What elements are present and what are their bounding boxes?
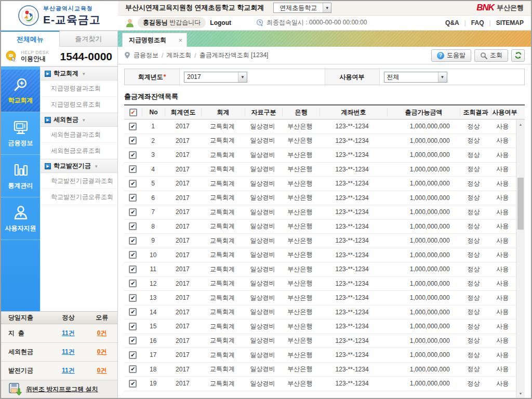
menu-item-nontax-result[interactable]: 세외현금결과조회 (41, 127, 117, 143)
use-select[interactable]: 전체 ▼ (384, 72, 447, 83)
row-checkbox[interactable]: ✔ (129, 351, 137, 359)
table-row[interactable]: ✔ 1 2017 교특회계 일상경비 부산은행 123-**-1234 1,00… (124, 119, 516, 134)
row-checkbox[interactable]: ✔ (129, 180, 137, 188)
qna-link[interactable]: Q&A (445, 19, 459, 26)
row-checkbox[interactable]: ✔ (129, 265, 137, 273)
table-row[interactable]: ✔ 6 2017 교특회계 일상경비 부산은행 123-**-1234 1,00… (124, 191, 516, 206)
chevron-down-icon[interactable]: ▼ (238, 72, 247, 82)
document-tab-payment-inquiry[interactable]: 지급명령조회 × (122, 33, 187, 47)
cell-year: 2017 (165, 237, 201, 244)
row-checkbox[interactable]: ✔ (129, 208, 137, 216)
table-row[interactable]: ✔ 4 2017 교특회계 일상경비 부산은행 123-**-1234 1,00… (124, 163, 516, 177)
cell-use: 사용 (489, 151, 516, 159)
bank-logo: BNK 부산은행 (476, 3, 524, 13)
table-row[interactable]: ✔ 13 2017 교특회계 일상경비 부산은행 123-**-1234 1,0… (124, 291, 516, 305)
table-row[interactable]: ✔ 8 2017 교특회계 일상경비 부산은행 123-**-1234 1,00… (124, 220, 516, 234)
search-button[interactable]: 조회 (474, 49, 508, 62)
cell-type: 일상경비 (244, 294, 282, 302)
row-checkbox[interactable]: ✔ (129, 323, 137, 330)
logout-button[interactable]: Logout (210, 19, 231, 26)
chevron-down-icon[interactable]: ▼ (323, 3, 331, 12)
rail-item-statistics[interactable]: 통계관리 (1, 155, 40, 197)
expense-error-link[interactable]: 0건 (97, 329, 107, 337)
close-icon[interactable]: × (178, 36, 182, 44)
rail-item-school-accounting[interactable]: 학교회계 (1, 70, 40, 112)
menu-item-payment-result[interactable]: 지급명령결과조회 (41, 81, 117, 97)
row-checkbox[interactable]: ✔ (129, 151, 137, 159)
rail-item-finance-info[interactable]: 금융정보 (1, 112, 40, 155)
cell-no: 2 (142, 137, 165, 144)
menu-group-school-accounting[interactable]: ▶ 학교회계 ▾ (41, 66, 117, 81)
fund-error-link[interactable]: 0건 (97, 367, 107, 374)
row-checkbox[interactable]: ✔ (129, 251, 137, 259)
nontax-normal-link[interactable]: 11건 (62, 348, 75, 355)
table-row[interactable]: ✔ 14 2017 교특회계 일상경비 부산은행 123-**-1234 1,0… (124, 305, 516, 320)
sitemap-link[interactable]: SITEMAP (496, 19, 524, 26)
cell-type: 일상경비 (244, 250, 282, 259)
table-row[interactable]: ✔ 19 2017 교특회계 일상경비 부산은행 123-**-1234 1,0… (124, 377, 516, 391)
tab-all-menu[interactable]: 전체메뉴 (1, 31, 60, 47)
menu-item-fund-error[interactable]: 학교발전기금오류조회 (41, 189, 117, 205)
row-checkbox[interactable]: ✔ (129, 365, 137, 373)
breadcrumb-item[interactable]: 계좌조회 (166, 51, 191, 60)
table-row[interactable]: ✔ 7 2017 교특회계 일상경비 부산은행 123-**-1234 1,00… (124, 205, 516, 220)
breadcrumb-item[interactable]: 금융정보 (134, 51, 158, 60)
row-checkbox[interactable]: ✔ (129, 123, 137, 130)
row-checkbox[interactable]: ✔ (129, 137, 137, 144)
vertical-scrollbar[interactable]: ▲ ▼ (516, 119, 525, 398)
school-select[interactable]: 연제초등학교 ▼ (273, 3, 331, 13)
row-checkbox[interactable]: ✔ (129, 222, 137, 230)
table-row[interactable]: ✔ 5 2017 교특회계 일상경비 부산은행 123-**-1234 1,00… (124, 177, 516, 191)
chevron-down-icon[interactable]: ▼ (438, 72, 447, 82)
row-checkbox[interactable]: ✔ (129, 237, 137, 245)
cell-type: 일상경비 (244, 151, 282, 159)
scroll-up-icon[interactable]: ▲ (516, 121, 525, 128)
search-button-label: 조회 (490, 51, 502, 60)
select-all-checkbox[interactable]: ✔ (129, 109, 137, 116)
table-row[interactable]: ✔ 11 2017 교특회계 일상경비 부산은행 123-**-1234 1,0… (124, 262, 516, 277)
table-row[interactable]: ✔ 17 2017 교특회계 일상경비 부산은행 123-**-1234 1,0… (124, 348, 516, 363)
row-checkbox[interactable]: ✔ (129, 380, 137, 388)
logo-text: 부산광역시교육청 E-교육금고 (43, 5, 101, 27)
row-checkbox[interactable]: ✔ (129, 337, 137, 344)
table-row[interactable]: ✔ 9 2017 교특회계 일상경비 부산은행 123-**-1234 1,00… (124, 234, 516, 248)
menu-item-fund-result[interactable]: 학교발전기금결과조회 (41, 173, 117, 189)
tab-favorites[interactable]: 즐겨찾기 (60, 31, 118, 47)
cell-bank: 부산은행 (281, 308, 318, 316)
cell-amount: 1,000,000,000 (385, 380, 458, 387)
table-row[interactable]: ✔ 10 2017 교특회계 일상경비 부산은행 123-**-1234 1,0… (124, 248, 516, 263)
table-row[interactable]: ✔ 12 2017 교특회계 일상경비 부산은행 123-**-1234 1,0… (124, 277, 516, 291)
row-checkbox[interactable]: ✔ (129, 280, 137, 287)
table-row[interactable]: ✔ 18 2017 교특회계 일상경비 부산은행 123-**-1234 1,0… (124, 363, 516, 377)
menu-group-development-fund[interactable]: ▶ 학교발전기금 ▾ (41, 159, 117, 173)
nontax-error-link[interactable]: 0건 (97, 348, 107, 355)
menu-item-payment-error[interactable]: 지급명령오류조회 (41, 97, 117, 113)
scroll-down-icon[interactable]: ▼ (516, 390, 525, 397)
fund-normal-link[interactable]: 11건 (62, 367, 75, 374)
help-button[interactable]: ? 도움말 (431, 49, 471, 62)
row-checkbox[interactable]: ✔ (129, 308, 137, 316)
expense-normal-link[interactable]: 11건 (62, 329, 75, 337)
row-checkbox[interactable]: ✔ (129, 165, 137, 173)
menu-group-nontax-cash[interactable]: ▶ 세외현금 ▾ (41, 113, 117, 127)
table-row[interactable]: ✔ 15 2017 교특회계 일상경비 부산은행 123-**-1234 1,0… (124, 320, 516, 334)
cell-no: 18 (142, 366, 165, 373)
cell-accno: 123-**-1234 (318, 194, 385, 202)
row-checkbox[interactable]: ✔ (129, 294, 137, 302)
row-checkbox[interactable]: ✔ (129, 194, 137, 202)
scrollbar-thumb[interactable] (517, 178, 524, 230)
table-row[interactable]: ✔ 16 2017 교특회계 일상경비 부산은행 123-**-1234 1,0… (124, 334, 516, 349)
table-row[interactable]: ✔ 2 2017 교특회계 일상경비 부산은행 123-**-1234 1,00… (124, 134, 516, 149)
cell-acct: 교특회계 (201, 379, 244, 388)
install-link[interactable]: 위변조 방지프로그램 설치 (26, 385, 98, 394)
table-row[interactable]: ✔ 3 2017 교특회계 일상경비 부산은행 123-**-1234 1,00… (124, 148, 516, 163)
faq-link[interactable]: FAQ (471, 19, 484, 26)
cell-accno: 123-**-1234 (318, 294, 385, 301)
cell-amount: 1,000,000,000 (385, 237, 458, 244)
menu-item-nontax-error[interactable]: 세외현금오류조회 (41, 143, 117, 159)
cell-no: 6 (142, 194, 165, 202)
logo[interactable]: 부산광역시교육청 E-교육금고 (1, 1, 118, 30)
rail-item-user-support[interactable]: 사용자지원 (1, 197, 40, 240)
year-select[interactable]: 2017 ▼ (184, 72, 247, 83)
refresh-button[interactable] (511, 49, 525, 62)
